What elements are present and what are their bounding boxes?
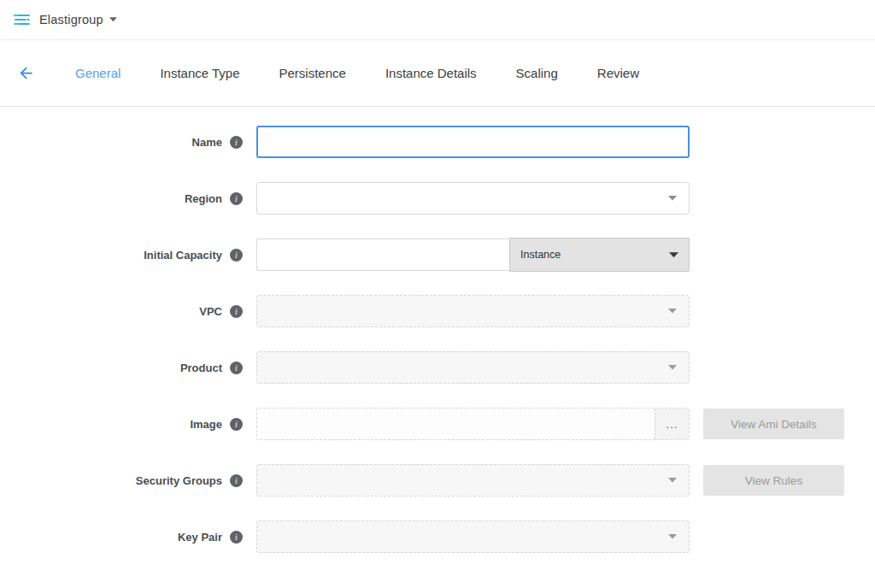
name-input[interactable]: [256, 126, 690, 158]
form-row-image: Image i ... View Ami Details: [0, 408, 875, 440]
security-groups-select[interactable]: [256, 464, 690, 497]
view-ami-details-button[interactable]: View Ami Details: [703, 409, 844, 439]
key-pair-label: Key Pair: [178, 531, 222, 544]
tab-instance-details[interactable]: Instance Details: [385, 66, 477, 80]
wizard-tab-bar: General Instance Type Persistence Instan…: [0, 40, 875, 107]
image-value[interactable]: [257, 409, 655, 439]
chevron-down-icon: [669, 252, 678, 258]
view-rules-button[interactable]: View Rules: [703, 465, 844, 496]
region-label: Region: [185, 192, 222, 205]
form-row-key-pair: Key Pair i: [0, 520, 875, 553]
security-groups-label: Security Groups: [136, 474, 222, 487]
capacity-unit-value: Instance: [520, 249, 561, 261]
info-icon[interactable]: i: [230, 249, 243, 262]
key-pair-select[interactable]: [256, 520, 690, 553]
form-row-product: Product i: [0, 351, 875, 384]
info-icon[interactable]: i: [230, 305, 243, 318]
form-row-name: Name i: [0, 126, 875, 158]
name-label: Name: [192, 136, 222, 149]
info-icon[interactable]: i: [230, 418, 243, 431]
elastigroup-logo-icon: [13, 12, 32, 27]
chevron-down-icon: [668, 534, 677, 539]
info-icon[interactable]: i: [230, 531, 243, 544]
initial-capacity-input[interactable]: [256, 238, 509, 271]
image-field: ...: [256, 408, 690, 440]
info-icon[interactable]: i: [230, 362, 243, 374]
chevron-down-icon: [668, 309, 677, 314]
wizard-tabs: General Instance Type Persistence Instan…: [75, 66, 678, 80]
region-select[interactable]: [256, 182, 690, 215]
form-row-vpc: VPC i: [0, 295, 875, 327]
info-icon[interactable]: i: [230, 192, 243, 205]
product-select[interactable]: [256, 351, 690, 384]
chevron-down-icon: [668, 478, 677, 483]
vpc-select[interactable]: [256, 295, 690, 327]
tab-scaling[interactable]: Scaling: [516, 66, 558, 80]
chevron-down-icon: [668, 365, 677, 370]
tab-review[interactable]: Review: [597, 66, 639, 80]
general-form: Name i Region i Initial Capacity i: [0, 107, 875, 553]
tab-persistence[interactable]: Persistence: [279, 66, 346, 80]
app-header: Elastigroup: [0, 0, 875, 40]
back-arrow-icon[interactable]: [15, 63, 36, 84]
product-label: Product: [180, 362, 222, 374]
chevron-down-icon: [668, 196, 677, 201]
initial-capacity-label: Initial Capacity: [144, 249, 222, 262]
app-switcher-caret[interactable]: [109, 17, 117, 22]
tab-instance-type[interactable]: Instance Type: [160, 66, 239, 80]
info-icon[interactable]: i: [230, 474, 243, 487]
info-icon[interactable]: i: [230, 136, 243, 149]
capacity-unit-select[interactable]: Instance: [509, 238, 690, 272]
image-browse-button[interactable]: ...: [655, 409, 689, 439]
app-name: Elastigroup: [39, 13, 103, 26]
tab-general[interactable]: General: [75, 66, 120, 80]
form-row-security-groups: Security Groups i View Rules: [0, 464, 875, 497]
image-label: Image: [190, 418, 222, 431]
vpc-label: VPC: [199, 305, 222, 318]
form-row-region: Region i: [0, 182, 875, 215]
form-row-initial-capacity: Initial Capacity i Instance: [0, 238, 875, 271]
